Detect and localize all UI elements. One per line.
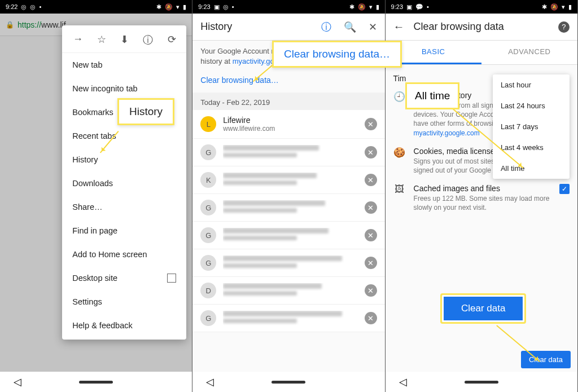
- android-nav-bar: ◁: [0, 372, 192, 392]
- myactivity-link[interactable]: myactivity.go: [233, 57, 274, 65]
- back-icon[interactable]: ◁: [206, 376, 214, 388]
- status-time: 9:22: [6, 3, 17, 10]
- back-icon[interactable]: ◁: [14, 376, 21, 388]
- menu-recent-tabs[interactable]: Recent tabs: [62, 124, 186, 148]
- status-bar: 9:23 ▣ 💬 • ✱ 🔕 ▾ ▮: [386, 0, 577, 14]
- android-nav-bar: ◁: [192, 372, 384, 392]
- history-item-url: www.lifewire.com: [223, 125, 357, 133]
- menu-desktop-site[interactable]: Desktop site: [62, 266, 186, 290]
- dropdown-option[interactable]: Last hour: [493, 74, 570, 95]
- info-icon[interactable]: ⓘ: [143, 33, 153, 47]
- time-range-dropdown: Last hour Last 24 hours Last 7 days Last…: [493, 74, 570, 179]
- image-icon: ▣: [406, 3, 412, 11]
- history-item[interactable]: D✕: [192, 277, 384, 305]
- myactivity-link[interactable]: myactivity.google.com: [414, 129, 480, 137]
- history-item[interactable]: LLifewirewww.lifewire.com✕: [192, 110, 384, 139]
- checkbox-checked-icon[interactable]: ✓: [559, 184, 570, 194]
- camera-icon: ◎: [30, 3, 36, 11]
- bluetooth-icon: ✱: [542, 3, 547, 11]
- panel-clear-data: 9:23 ▣ 💬 • ✱ 🔕 ▾ ▮ ← Clear browsing data…: [386, 0, 578, 392]
- tabs: BASIC ADVANCED: [386, 41, 577, 65]
- cookie-icon: 🍪: [393, 147, 406, 175]
- history-item-title: Lifewire: [223, 116, 357, 125]
- callout-clear-browsing: Clear browsing data…: [272, 41, 402, 68]
- favicon: G: [200, 227, 216, 243]
- menu-find-in-page[interactable]: Find in page: [62, 219, 186, 243]
- home-pill[interactable]: [465, 381, 498, 384]
- help-icon[interactable]: ?: [558, 21, 570, 33]
- delete-history-item-button[interactable]: ✕: [365, 174, 377, 186]
- bluetooth-icon: ✱: [156, 3, 161, 11]
- clear-browsing-data-link[interactable]: Clear browsing data…: [192, 72, 384, 93]
- delete-history-item-button[interactable]: ✕: [365, 284, 377, 297]
- menu-share[interactable]: Share…: [62, 195, 186, 219]
- favicon: G: [200, 200, 216, 215]
- menu-downloads[interactable]: Downloads: [62, 171, 186, 195]
- checkbox-icon[interactable]: [167, 274, 176, 283]
- dropdown-option[interactable]: Last 7 days: [493, 116, 570, 137]
- menu-add-home[interactable]: Add to Home screen: [62, 243, 186, 266]
- back-arrow-icon[interactable]: ←: [393, 20, 405, 33]
- battery-icon: ▮: [376, 3, 379, 11]
- favicon: G: [200, 310, 216, 326]
- favicon: D: [200, 283, 216, 298]
- home-pill[interactable]: [79, 381, 113, 384]
- mute-icon: 🔕: [550, 3, 558, 11]
- menu-new-incognito[interactable]: New incognito tab: [62, 77, 186, 100]
- clear-data-header: ← Clear browsing data ?: [386, 14, 577, 41]
- lock-icon: 🔒: [6, 21, 14, 29]
- delete-history-item-button[interactable]: ✕: [365, 201, 377, 214]
- menu-help[interactable]: Help & feedback: [62, 314, 186, 337]
- date-header: Today - Feb 22, 2019: [192, 93, 384, 110]
- wifi-icon: ▾: [562, 3, 565, 11]
- home-pill[interactable]: [272, 381, 305, 384]
- section-cache[interactable]: 🖼 Cached images and files Frees up 122 M…: [393, 184, 570, 212]
- menu-settings[interactable]: Settings: [62, 290, 186, 314]
- info-icon[interactable]: ⓘ: [321, 20, 331, 34]
- star-icon[interactable]: ☆: [97, 33, 106, 47]
- chat-icon: 💬: [415, 3, 423, 11]
- page-title: Clear browsing data: [414, 21, 549, 33]
- bluetooth-icon: ✱: [349, 3, 354, 11]
- history-item[interactable]: K✕: [192, 166, 384, 194]
- clear-data-button[interactable]: Clear data: [521, 351, 571, 368]
- tab-advanced[interactable]: ADVANCED: [481, 41, 577, 64]
- dropdown-option[interactable]: Last 4 weeks: [493, 137, 570, 158]
- wifi-icon: ▾: [369, 3, 373, 11]
- search-icon[interactable]: 🔍: [344, 21, 356, 33]
- history-item[interactable]: G✕: [192, 249, 384, 277]
- menu-new-tab[interactable]: New tab: [62, 53, 186, 77]
- clock-icon: 🕘: [393, 91, 406, 138]
- callout-clear-data-button[interactable]: Clear data: [440, 293, 526, 324]
- download-icon[interactable]: ⬇: [120, 33, 129, 47]
- reload-icon[interactable]: ⟳: [168, 33, 176, 47]
- back-icon[interactable]: ◁: [399, 376, 407, 388]
- camera-icon: ◎: [223, 3, 229, 11]
- history-item[interactable]: G✕: [192, 305, 384, 332]
- favicon: G: [200, 144, 216, 160]
- battery-icon: ▮: [183, 3, 186, 11]
- image-stack-icon: 🖼: [393, 184, 406, 212]
- history-item[interactable]: G✕: [192, 222, 384, 249]
- favicon: G: [200, 255, 216, 271]
- status-bar: 9:22 ◎ ◎ • ✱ 🔕 ▾ ▮: [0, 0, 192, 14]
- history-item[interactable]: G✕: [192, 194, 384, 222]
- page-title: History: [200, 21, 308, 33]
- dropdown-option[interactable]: All time: [493, 158, 570, 179]
- favicon: K: [200, 172, 216, 188]
- delete-history-item-button[interactable]: ✕: [365, 118, 377, 130]
- image-icon: ▣: [214, 3, 220, 11]
- status-time: 9:23: [391, 3, 403, 10]
- forward-icon[interactable]: →: [73, 33, 83, 47]
- chrome-overflow-menu: → ☆ ⬇ ⓘ ⟳ New tab New incognito tab Book…: [62, 25, 186, 340]
- delete-history-item-button[interactable]: ✕: [365, 146, 377, 158]
- dropdown-option[interactable]: Last 24 hours: [493, 95, 570, 116]
- menu-history[interactable]: History: [62, 148, 186, 171]
- delete-history-item-button[interactable]: ✕: [365, 312, 377, 324]
- delete-history-item-button[interactable]: ✕: [365, 229, 377, 241]
- delete-history-item-button[interactable]: ✕: [365, 257, 377, 269]
- panel-chrome-menu: 9:22 ◎ ◎ • ✱ 🔕 ▾ ▮ 🔒 https://www.lif → ☆…: [0, 0, 192, 392]
- history-item[interactable]: G✕: [192, 139, 384, 166]
- close-icon[interactable]: ✕: [369, 21, 377, 33]
- camera-icon: ◎: [21, 3, 27, 11]
